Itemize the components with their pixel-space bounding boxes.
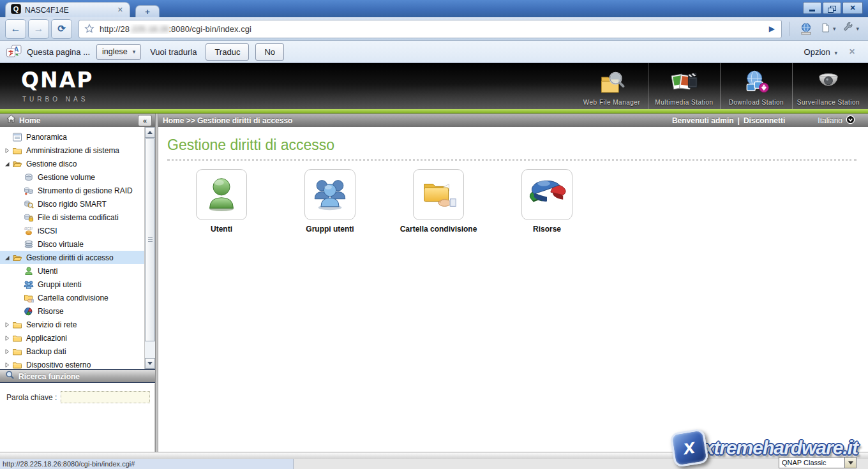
browser-tab[interactable]: Q NASC4F14E ✕ (5, 2, 130, 17)
tree-item-label: Cartella condivisione (38, 294, 108, 302)
shortcut-gruppi-utenti[interactable] (304, 169, 355, 220)
tree-item-gruppi-utenti[interactable]: Gruppi utenti (0, 278, 155, 291)
new-tab-button[interactable]: + (135, 5, 160, 18)
station-surveillance-station[interactable]: Surveillance Station (792, 63, 864, 109)
virtual-disk-icon (24, 239, 34, 249)
reload-button[interactable]: ⟳ (51, 19, 72, 39)
tree-item-backup-dati[interactable]: Backup dati (0, 345, 148, 358)
language-select[interactable]: inglese ▾ (96, 44, 141, 60)
forward-button[interactable]: → (28, 19, 49, 39)
restore-icon (830, 6, 836, 11)
page-icon (820, 22, 831, 36)
wrench-icon (843, 22, 854, 36)
smart-icon (24, 199, 34, 209)
tree-item-dispositivo-esterno[interactable]: Dispositivo esterno (0, 358, 148, 369)
tree-item-gestione-disco[interactable]: Gestione disco (0, 157, 148, 170)
chevron-down-icon: ▾ (133, 48, 136, 55)
translate-button[interactable]: Traduc (206, 43, 249, 61)
station-download-station[interactable]: Download Station (720, 63, 792, 109)
collapsed-arrow-icon[interactable] (4, 147, 12, 154)
tree-item-amministrazione-di-sistema[interactable]: Amministrazione di sistema (0, 144, 148, 157)
station-label: Download Station (729, 99, 784, 106)
shortcut-item: Risorse (493, 169, 601, 234)
minimize-icon (809, 10, 815, 11)
shortcut-cartella-condivisione[interactable] (413, 169, 464, 220)
close-button[interactable]: ✕ (842, 2, 863, 14)
go-icon[interactable]: ▶ (769, 24, 775, 33)
folder-closed-icon (12, 333, 23, 343)
tree-item-risorse[interactable]: Risorse (0, 304, 155, 318)
tree-item-disco-rigido-smart[interactable]: Disco rigido SMART (0, 197, 155, 211)
infobar-close-icon[interactable]: ✕ (849, 47, 855, 56)
tree-item-file-di-sistema-codificati[interactable]: File di sistema codificati (0, 211, 155, 224)
encrypted-icon (24, 212, 34, 223)
tree-item-panoramica[interactable]: Panoramica (0, 130, 148, 144)
tree-item-label: File di sistema codificati (38, 213, 119, 222)
logout-link[interactable]: Disconnetti (744, 116, 785, 125)
tools-menu-button[interactable]: ▾ (843, 22, 859, 36)
page-menu-button[interactable]: ▾ (820, 22, 836, 36)
address-bar[interactable]: http://28.225.18.26:8080/cgi-bin/index.c… (79, 20, 782, 38)
collapse-sidebar-button[interactable]: « (138, 115, 152, 126)
scroll-up-button[interactable] (145, 127, 155, 138)
tree-item-strumento-di-gestione-raid[interactable]: Strumento di gestione RAID (0, 184, 155, 197)
tree-item-label: Backup dati (26, 347, 66, 356)
bookmark-star-icon[interactable] (84, 24, 94, 34)
tree-item-utenti[interactable]: Utenti (0, 264, 155, 278)
expanded-arrow-icon[interactable] (4, 255, 12, 261)
folder-closed-icon (12, 320, 23, 330)
collapsed-arrow-icon[interactable] (4, 335, 12, 341)
station-shortcuts: Web File ManagerMultimedia StationDownlo… (576, 63, 864, 109)
function-search-header: Ricerca funzione (0, 369, 155, 383)
download-station-icon (742, 68, 770, 98)
scroll-down-button[interactable] (145, 358, 155, 369)
browser-window: Q NASC4F14E ✕ + ✕ ← → ⟳ http://28.225.18… (0, 0, 868, 469)
tree-item-servizio-di-rete[interactable]: Servizio di rete (0, 318, 148, 331)
station-web-file-manager[interactable]: Web File Manager (576, 63, 648, 109)
tree-item-label: Risorse (38, 307, 64, 316)
tree-item-disco-virtuale[interactable]: Disco virtuale (0, 237, 155, 251)
minimize-button[interactable] (803, 2, 821, 14)
tree-item-label: iSCSI (38, 227, 57, 235)
collapsed-arrow-icon[interactable] (4, 362, 12, 368)
back-arrow-icon: ← (11, 23, 21, 34)
shortcut-utenti[interactable] (196, 169, 247, 220)
language-dropdown[interactable]: Italiano (818, 115, 855, 126)
station-multimedia-station[interactable]: Multimedia Station (648, 63, 720, 109)
tree-item-label: Disco virtuale (38, 240, 84, 249)
chevron-down-icon: ▾ (834, 50, 837, 56)
restore-button[interactable] (823, 2, 841, 14)
translate-message: Questa pagina ... (27, 47, 90, 57)
separator: | (738, 116, 740, 125)
page-title: Gestione diritti di accesso (167, 137, 868, 154)
no-button[interactable]: No (255, 43, 284, 61)
sidebar-scrollbar[interactable] (144, 127, 155, 369)
close-icon: ✕ (849, 4, 855, 11)
back-button[interactable]: ← (5, 19, 26, 39)
tab-close-icon[interactable]: ✕ (116, 6, 124, 14)
shortcut-item: Cartella condivisione (384, 169, 493, 234)
keyword-input[interactable] (61, 391, 150, 403)
collapsed-arrow-icon[interactable] (4, 322, 12, 328)
collapsed-arrow-icon[interactable] (4, 348, 12, 355)
folder-closed-icon (12, 360, 23, 369)
tree-item-iscsi[interactable]: iSCSIiSCSI (0, 224, 155, 237)
expanded-arrow-icon[interactable] (4, 161, 12, 167)
tree-item-applicazioni[interactable]: Applicazioni (0, 331, 148, 345)
qnap-favicon-icon: Q (11, 4, 21, 17)
quota-icon (527, 174, 567, 216)
svg-text:iSCSI: iSCSI (24, 226, 33, 230)
tree-item-gestione-diritti-di-accesso[interactable]: Gestione diritti di accesso (0, 251, 148, 264)
station-label: Surveillance Station (797, 99, 860, 106)
scrollbar-thumb[interactable] (145, 138, 155, 341)
forward-arrow-icon: → (34, 23, 44, 34)
options-menu[interactable]: Opzion ▾ (804, 47, 837, 57)
toolbar-separator (789, 22, 790, 36)
tree-item-cartella-condivisione[interactable]: Cartella condivisione (0, 291, 155, 304)
breadcrumb-bar: Home >> Gestione diritti di accesso Benv… (155, 114, 868, 127)
translate-page-icon[interactable] (800, 22, 812, 35)
iscsi-icon: iSCSI (24, 226, 34, 236)
tree-item-gestione-volume[interactable]: Gestione volume (0, 170, 155, 184)
collapse-icon: « (143, 117, 147, 124)
shortcut-risorse[interactable] (521, 169, 572, 220)
